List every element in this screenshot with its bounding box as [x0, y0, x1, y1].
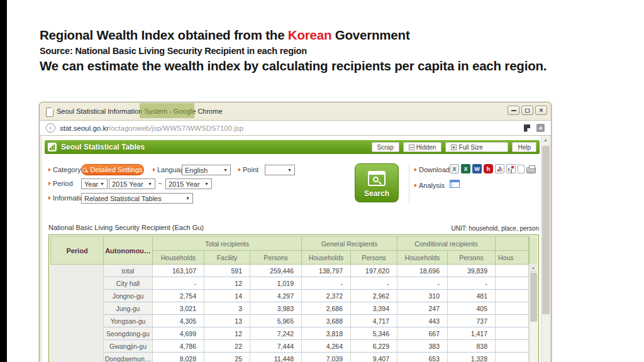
period-type-value: Year	[84, 180, 98, 188]
value-cell: 481	[448, 290, 496, 302]
value-cell: 3	[204, 302, 250, 315]
col-header[interactable]: Persons	[250, 251, 302, 265]
table-scroll-thumb[interactable]	[530, 273, 537, 322]
full-size-button[interactable]: Full Size	[445, 142, 508, 152]
word-icon[interactable]: W	[472, 164, 482, 173]
period-label: Period	[48, 180, 73, 187]
group-header-total[interactable]: Total recipients	[153, 237, 302, 251]
value-cell: 2,372	[302, 290, 351, 302]
scroll-up-icon[interactable]: ▲	[530, 264, 537, 272]
col-header-partial[interactable]: Hous	[496, 251, 529, 265]
chart-export-icon[interactable]	[506, 164, 516, 173]
restore-button[interactable]	[521, 106, 533, 115]
scrap-button[interactable]: Scrap	[372, 142, 399, 152]
address-bar-icons: a	[524, 124, 545, 132]
district-cell: City hall	[104, 277, 153, 290]
excel-97-icon[interactable]: X	[450, 164, 459, 173]
minimize-button[interactable]	[508, 106, 519, 115]
url[interactable]: stat.seoul.go.kr/octagonweb/jsp/WWS7/WWS…	[60, 124, 243, 132]
bullet-icon	[414, 168, 417, 172]
period-to-select[interactable]: 2015 Year▼	[165, 178, 212, 189]
page-scroll-thumb[interactable]	[542, 146, 550, 314]
period-from-select[interactable]: 2015 Year▼	[109, 178, 155, 189]
slide-headings: Regional Wealth Index obtained from the …	[40, 28, 618, 74]
value-cell: 4,264	[302, 340, 351, 353]
unit-label: UNIT: household, place, person	[48, 225, 539, 232]
page-document-icon	[46, 107, 53, 117]
bookmark-flag-icon[interactable]	[524, 124, 530, 132]
stats-header-title: Seoul Statistical Tables	[61, 143, 145, 151]
hwp-icon[interactable]: h	[484, 164, 493, 173]
partial-cell	[496, 340, 529, 353]
group-header-general[interactable]: General Recipients	[302, 237, 397, 251]
value-cell: 7,444	[250, 340, 302, 353]
chevron-down-icon: ▼	[204, 182, 209, 186]
window-title-bar[interactable]: Seoul Statistical Information System - G…	[40, 102, 551, 120]
stats-chart-icon[interactable]	[495, 164, 504, 173]
value-cell: 138,797	[302, 265, 351, 277]
search-button[interactable]: Search	[355, 163, 399, 202]
information-value: Related Statistical Tables	[84, 195, 162, 202]
col-header[interactable]: Households	[302, 251, 351, 265]
search-icon	[368, 171, 386, 186]
group-header-conditional[interactable]: Conditional recipients	[397, 237, 496, 251]
title-suffix: Government	[331, 28, 409, 42]
value-cell: 12	[204, 277, 250, 290]
value-cell: 591	[204, 265, 250, 277]
value-cell: 4,786	[153, 340, 204, 353]
help-button[interactable]: Help	[512, 142, 536, 152]
value-cell: 2,754	[153, 290, 204, 302]
printer-icon[interactable]	[526, 167, 536, 173]
point-label: Point	[238, 166, 258, 173]
window-controls: ×	[508, 106, 547, 115]
value-cell: 310	[397, 290, 448, 302]
bullet-icon	[48, 196, 51, 200]
value-cell: 405	[448, 302, 496, 315]
translate-icon[interactable]: a	[536, 124, 545, 132]
table-row: total163,107591259,446138,797197,62018,6…	[51, 265, 529, 277]
language-select[interactable]: English▼	[182, 165, 231, 175]
excel-icon[interactable]: X	[461, 164, 470, 173]
col-header[interactable]: Households	[153, 251, 204, 265]
information-select[interactable]: Related Statistical Tables▼	[81, 193, 193, 204]
site-info-icon[interactable]	[46, 123, 55, 133]
district-column-header[interactable]: Autonomou…	[104, 237, 153, 265]
chevron-down-icon: ▼	[100, 182, 104, 186]
col-header[interactable]: Households	[397, 251, 448, 265]
scrap-label: Scrap	[377, 144, 394, 151]
value-cell: 653	[397, 353, 448, 362]
point-select[interactable]: ▼	[265, 165, 295, 175]
address-bar[interactable]: stat.seoul.go.kr/octagonweb/jsp/WWS7/WWS…	[40, 120, 551, 136]
district-cell: Jongno-gu	[104, 290, 153, 302]
district-cell: Dongdaemun…	[104, 353, 153, 362]
period-column-header[interactable]: Period	[51, 237, 104, 265]
document-icon[interactable]	[518, 165, 525, 173]
category-label: Category	[48, 166, 81, 173]
close-button[interactable]: ×	[535, 106, 547, 115]
value-cell: 163,107	[153, 265, 204, 277]
partial-cell	[496, 327, 529, 340]
hidden-button[interactable]: Hidden	[403, 142, 442, 152]
thesis-line: We can estimate the wealth index by calc…	[40, 58, 618, 74]
period-body-cell	[51, 265, 104, 362]
value-cell: -	[153, 277, 204, 290]
data-table-container: Period Autonomou… Total recipients Gener…	[48, 234, 539, 362]
browser-window: Seoul Statistical Information System - G…	[39, 102, 552, 362]
table-header: Period Autonomou… Total recipients Gener…	[51, 237, 529, 265]
detailed-settings-button[interactable]: Detailed Settings	[81, 164, 144, 175]
col-header[interactable]: Facility	[204, 251, 250, 265]
scroll-up-icon[interactable]: ▲	[541, 136, 550, 145]
period-type-select[interactable]: Year▼	[81, 178, 108, 189]
value-cell: 4,717	[351, 315, 397, 327]
col-header[interactable]: Persons	[351, 251, 397, 265]
red-badge	[528, 129, 531, 133]
col-header[interactable]: Persons	[448, 251, 496, 265]
header-extension	[529, 236, 537, 264]
search-label: Search	[364, 189, 389, 198]
partial-cell	[496, 302, 529, 315]
page-scrollbar[interactable]: ▲	[541, 136, 550, 362]
table-scrollbar[interactable]: ▲	[529, 264, 537, 362]
chevron-down-icon: ▼	[223, 168, 228, 172]
analysis-icon[interactable]	[450, 180, 460, 188]
bullet-icon	[153, 168, 155, 172]
